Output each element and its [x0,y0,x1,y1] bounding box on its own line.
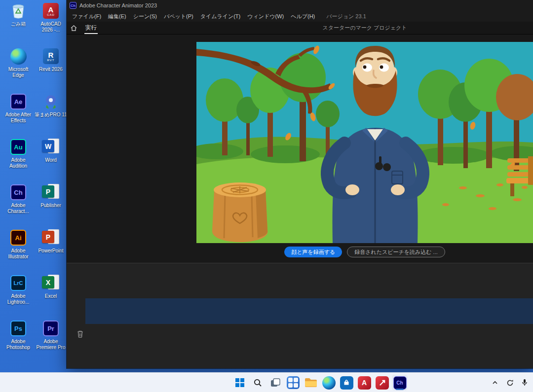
recycle-bin-icon [9,2,28,20]
desktop-icon-illustrator[interactable]: Ai Adobe Illustrator [2,229,35,274]
sync-icon [506,379,514,387]
chevron-up-icon [492,379,498,386]
scene-viewport[interactable] [196,42,533,243]
menu-edit[interactable]: 編集(E) [105,13,130,20]
app-window: Ch Adobe Character Animator 2023 ファイル(F)… [67,0,533,368]
lightroom-icon: LrC [9,274,28,292]
desktop-icon-label: Adobe Lightroo... [2,293,35,305]
menu-bar: ファイル(F) 編集(E) シーン(S) パペット(P) タイムライン(T) ウ… [67,11,533,22]
desktop-icon-label: ごみ箱 [11,21,26,27]
record-face-voice-button[interactable]: 顔と声を録画する [284,247,342,257]
search-icon [253,378,262,387]
desktop-icon-label: PowerPoint [38,248,63,254]
taskbar: A Ch [0,372,533,392]
desktop-icon-label: Excel [45,293,57,299]
menu-file[interactable]: ファイル(F) [69,13,105,20]
file-explorer-button[interactable] [303,375,319,391]
character-animator-icon: Ch [9,183,28,201]
desktop-icon-label: Adobe Premiere Pro [35,339,67,350]
widgets-icon [287,376,300,389]
menu-window[interactable]: ウィンドウ(W) [244,13,287,20]
premiere-icon: Pr [41,320,60,337]
scene-artwork [196,42,533,243]
desktop-icon-photoshop[interactable]: Ps Adobe Photoshop [2,320,35,365]
autocad-sub: CAD [47,13,55,16]
search-button[interactable] [250,375,266,391]
store-icon [340,376,353,390]
task-view-button[interactable] [267,375,283,391]
tray-chevron-up-button[interactable] [490,376,500,390]
system-tray [490,373,530,392]
tab-bar: 実行 スターターのマーク プロジェクト [67,22,533,35]
tray-microphone-button[interactable] [519,376,530,390]
desktop-icon-excel[interactable]: X Excel [35,274,67,320]
desktop-icon-label: Adobe After Effects [2,112,35,123]
audition-icon: Au [9,138,28,156]
revit-sub: RVT [47,59,55,62]
project-title: スターターのマーク プロジェクト [322,24,407,32]
tray-sync-button[interactable] [504,376,515,390]
store-button[interactable] [339,375,354,391]
window-titlebar[interactable]: Ch Adobe Character Animator 2023 [67,0,533,11]
content-area: 顔と声を録画する 録音されたスピーチを読み込む ... [67,35,533,368]
desktop-icon-publisher[interactable]: P Publisher [35,183,67,229]
menu-puppet[interactable]: パペット(P) [160,13,197,20]
desktop-icon-label: Revit 2026 [39,67,63,72]
pinned-app-1-button[interactable]: A [356,375,372,391]
autocad-glyph: A [48,6,54,13]
desktop-icon-powerpoint[interactable]: P PowerPoint [35,229,67,274]
desktop-icon-label: Publisher [40,203,61,209]
revit-glyph: R [48,51,54,59]
desktop-icon-character-animator[interactable]: Ch Adobe Charact... [2,183,35,229]
edge-browser-button[interactable] [321,375,337,391]
widgets-button[interactable] [285,375,301,391]
windows-logo-icon [235,378,244,387]
powerpoint-icon: P [41,229,60,247]
desktop-icon-label: Microsoft Edge [2,67,35,78]
task-view-icon [269,377,281,389]
excel-icon: X [41,274,60,292]
publisher-icon: P [41,183,60,201]
desktop-icon-label: Word [45,157,57,163]
scene-action-buttons: 顔と声を録画する 録音されたスピーチを読み込む ... [196,247,533,257]
window-title: Adobe Character Animator 2023 [79,2,157,8]
version-label: バージョン 23.1 [326,13,366,20]
desktop-icon-autocad[interactable]: A CAD AutoCAD 2026 -... [35,2,67,47]
home-icon[interactable] [67,25,80,31]
desktop-icon-label: AutoCAD 2026 -... [35,21,67,33]
timeline-track[interactable] [85,298,533,324]
desktop-icon-recycle-bin[interactable]: ごみ箱 [2,2,35,47]
tab-record[interactable]: 実行 [80,22,102,34]
flower-icon [41,93,60,110]
desktop-icon-edge[interactable]: Microsoft Edge [2,47,35,93]
desktop-icon-revit[interactable]: R RVT Revit 2026 [35,47,67,93]
edge-icon [322,376,336,390]
pinned-red-app-icon: A [358,376,371,390]
microphone-icon [521,379,528,387]
desktop-icon-after-effects[interactable]: Ae Adobe After Effects [2,93,35,138]
menu-timeline[interactable]: タイムライン(T) [197,13,244,20]
after-effects-icon: Ae [9,93,28,110]
word-icon: W [41,138,60,156]
edge-icon [9,47,28,65]
character-animator-taskbar-button[interactable]: Ch [392,375,408,391]
app-icon: Ch [70,2,76,9]
illustrator-icon: Ai [9,229,28,247]
desktop-icon-audition[interactable]: Au Adobe Audition [2,138,35,183]
desktop-icon-premiere[interactable]: Pr Adobe Premiere Pro [35,320,67,365]
menu-help[interactable]: ヘルプ(H) [287,13,318,20]
load-recorded-speech-button[interactable]: 録音されたスピーチを読み込む ... [347,247,445,257]
revit-icon: R RVT [41,47,60,65]
menu-scene[interactable]: シーン(S) [130,13,160,20]
desktop-icon-word[interactable]: W Word [35,138,67,183]
photoshop-icon: Ps [9,320,28,337]
timeline-panel [67,263,533,368]
desktop-icon-lightroom[interactable]: LrC Adobe Lightroo... [2,274,35,320]
autocad-icon: A CAD [41,2,60,20]
desktop-icon-fudemame[interactable]: 筆まめPRO 11 [35,93,67,138]
pinned-app-2-button[interactable] [374,375,390,391]
trash-icon[interactable] [76,329,84,338]
running-app-indicator [396,389,404,390]
start-button[interactable] [232,375,248,391]
character-animator-icon: Ch [393,376,407,390]
